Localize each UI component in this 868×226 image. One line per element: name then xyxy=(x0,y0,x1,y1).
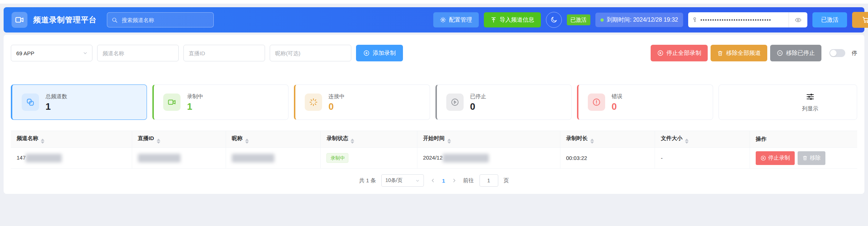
config-management-button[interactable]: 配置管理 xyxy=(433,12,479,27)
app-header: 频道录制管理平台 配置管理 导入频道信息 xyxy=(4,7,864,32)
main-content-card: 69 APP 添加录制 停止全部录制 xyxy=(4,35,864,194)
bulk-actions: 停止全部录制 移除全部频道 移除已停止 停 xyxy=(651,45,857,61)
chevron-down-icon xyxy=(83,51,88,56)
stat-label: 总频道数 xyxy=(45,93,67,100)
column-display-card[interactable]: 列显示 xyxy=(719,84,857,120)
stat-card-error[interactable]: 错误 0 xyxy=(577,84,713,120)
eye-icon[interactable] xyxy=(789,12,807,27)
live-id-input[interactable] xyxy=(183,45,265,61)
stat-value: 1 xyxy=(45,102,67,111)
column-header-actions: 操作 xyxy=(750,131,857,148)
expire-time-pill: 到期时间: 2024/12/28 19:32 xyxy=(595,13,683,27)
stat-label: 错误 xyxy=(612,93,622,100)
stat-label: 连接中 xyxy=(329,93,345,100)
trash-icon xyxy=(802,155,808,161)
warning-circle-icon xyxy=(588,94,605,111)
table-header-row: 频道名称 直播ID 昵称 录制状态 开始时间 录制时长 文件大小 操作 xyxy=(11,131,857,148)
channel-search[interactable] xyxy=(107,12,214,27)
cell-live-id xyxy=(132,148,226,169)
stat-card-stopped[interactable]: 已停止 0 xyxy=(435,84,572,120)
stat-card-total-channels[interactable]: 总频道数 1 xyxy=(11,84,147,120)
play-circle-icon xyxy=(446,94,464,111)
redacted-text xyxy=(232,154,274,162)
redacted-text xyxy=(26,154,62,162)
shopping-cart-icon xyxy=(862,16,868,24)
channel-name-input[interactable] xyxy=(97,45,179,61)
link-icon xyxy=(22,94,39,111)
total-count-label: 共 1 条 xyxy=(359,177,376,184)
stop-recording-button[interactable]: 停止录制 xyxy=(756,151,795,165)
minus-circle-icon xyxy=(777,50,783,56)
column-header-duration[interactable]: 录制时长 xyxy=(560,131,655,148)
column-header-status[interactable]: 录制状态 xyxy=(321,131,417,148)
page-size-select[interactable]: 10条/页 xyxy=(381,174,424,187)
page-wrapper: 频道录制管理平台 配置管理 导入频道信息 xyxy=(0,4,868,194)
header-actions: 配置管理 导入频道信息 已激活 到期时间: 2024/12/28 19:32 xyxy=(433,12,856,28)
stat-value: 0 xyxy=(470,102,486,111)
column-header-file-size[interactable]: 文件大小 xyxy=(655,131,750,148)
moon-icon xyxy=(550,16,557,23)
redacted-text xyxy=(443,154,489,162)
column-header-nickname[interactable]: 昵称 xyxy=(226,131,321,148)
spinner-icon xyxy=(305,94,322,111)
remove-row-button[interactable]: 移除 xyxy=(798,151,825,165)
stat-label: 录制中 xyxy=(187,93,203,100)
remove-all-channels-button[interactable]: 移除全部频道 xyxy=(711,45,767,61)
sort-icon[interactable] xyxy=(41,139,44,144)
sort-icon[interactable] xyxy=(245,139,249,144)
current-page-number[interactable]: 1 xyxy=(442,178,445,184)
cell-duration: 00:03:22 xyxy=(560,148,655,169)
cell-actions: 停止录制 移除 xyxy=(750,148,857,169)
play-circle-icon xyxy=(657,50,664,56)
app-select[interactable]: 69 APP xyxy=(11,45,92,61)
pagination-bar: 共 1 条 10条/页 1 前往 页 xyxy=(11,169,857,192)
app-logo xyxy=(12,12,27,28)
stat-value: 0 xyxy=(329,102,345,111)
sort-icon[interactable] xyxy=(447,139,451,144)
stat-card-connecting[interactable]: 连接中 0 xyxy=(294,84,430,120)
filter-toolbar: 69 APP 添加录制 停止全部录制 xyxy=(11,35,857,61)
auto-stop-toggle[interactable] xyxy=(829,49,845,57)
next-page-button[interactable] xyxy=(451,178,458,183)
cell-channel-name: 147 xyxy=(11,148,132,169)
stop-all-recordings-button[interactable]: 停止全部录制 xyxy=(651,45,708,61)
purchase-button[interactable] xyxy=(852,12,868,28)
stat-value: 0 xyxy=(612,102,622,111)
add-recording-button[interactable]: 添加录制 xyxy=(356,45,403,61)
status-badge: 录制中 xyxy=(326,153,348,163)
cell-start-time: 2024/12 xyxy=(417,148,560,169)
gear-icon xyxy=(440,17,446,23)
license-key-field[interactable]: •••••••••••••••••••••••••••••• xyxy=(688,12,807,27)
masked-license-text[interactable]: •••••••••••••••••••••••••••••• xyxy=(700,18,789,22)
browser-top-strip xyxy=(0,0,868,4)
stat-value: 1 xyxy=(187,102,203,111)
key-icon xyxy=(688,17,700,23)
sort-icon[interactable] xyxy=(351,139,354,144)
remove-stopped-button[interactable]: 移除已停止 xyxy=(770,45,821,61)
cell-file-size: - xyxy=(655,148,750,169)
search-icon xyxy=(112,17,118,23)
toggle-label: 停 xyxy=(852,50,857,57)
activated-status-badge: 已激活 xyxy=(567,14,590,25)
activate-button[interactable]: 已激活 xyxy=(812,12,847,27)
sort-icon[interactable] xyxy=(590,139,594,144)
trash-icon xyxy=(717,50,723,56)
nickname-input[interactable] xyxy=(270,45,351,61)
prev-page-button[interactable] xyxy=(429,178,437,183)
column-display-label: 列显示 xyxy=(802,105,818,112)
import-channel-info-button[interactable]: 导入频道信息 xyxy=(484,12,541,27)
goto-page-input[interactable] xyxy=(479,174,498,187)
dark-mode-toggle[interactable] xyxy=(546,12,562,28)
cell-status: 录制中 xyxy=(321,148,417,169)
sort-icon[interactable] xyxy=(157,139,160,144)
stat-card-recording[interactable]: 录制中 1 xyxy=(152,84,288,120)
search-input[interactable] xyxy=(121,17,209,23)
page-title: 频道录制管理平台 xyxy=(33,15,97,25)
redacted-text xyxy=(138,154,181,162)
column-header-start-time[interactable]: 开始时间 xyxy=(417,131,560,148)
column-header-live-id[interactable]: 直播ID xyxy=(132,131,226,148)
goto-label: 前往 xyxy=(463,177,474,184)
sort-icon[interactable] xyxy=(685,139,689,144)
plus-circle-icon xyxy=(363,50,370,56)
column-header-channel-name[interactable]: 频道名称 xyxy=(11,131,132,148)
